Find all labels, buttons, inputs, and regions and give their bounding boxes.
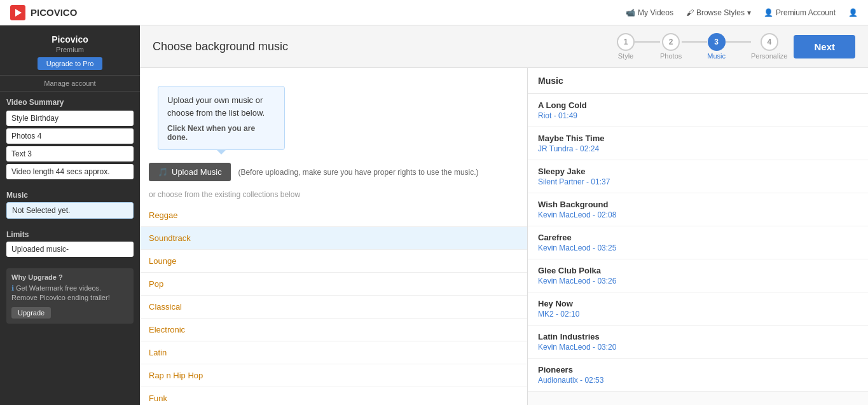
music-track-meta: Kevin MacLeod - 03:25: [538, 244, 858, 252]
genre-item-reggae[interactable]: Reggae: [140, 204, 527, 227]
account-icon-link[interactable]: 👤: [848, 8, 858, 17]
upload-area: 🎵 Upload Music (Before uploading, make s…: [140, 156, 527, 188]
video-summary-section: Video Summary Style Birthday Photos 4 Te…: [0, 92, 140, 186]
upgrade-to-pro-button[interactable]: Upgrade to Pro: [38, 57, 103, 70]
steps-container: 1 Style 2 Photos 3: [617, 33, 787, 60]
step-photos: 2 Photos: [660, 33, 682, 60]
manage-account-link[interactable]: Manage account: [0, 76, 140, 92]
music-track-meta: JR Tundra - 02:24: [538, 144, 858, 153]
music-track-title: Latin Industries: [538, 332, 858, 341]
logo-text: PICOVICO: [31, 7, 77, 18]
step-line-1: [635, 41, 660, 43]
text-item: Text 3: [6, 146, 134, 161]
step-style: 1 Style: [617, 33, 635, 60]
music-track-meta: MK2 - 02:10: [538, 310, 858, 319]
tooltip-instruction: Click Next when you are done.: [167, 124, 275, 142]
upgrade-button[interactable]: Upgrade: [11, 307, 51, 319]
style-item: Style Birthday: [6, 111, 134, 126]
music-item[interactable]: Sleepy Jake Silent Partner - 01:37: [528, 160, 868, 193]
steps-header: Choose background music 1 Style 2 P: [140, 25, 868, 68]
music-track-meta: Audionautix - 02:53: [538, 376, 858, 385]
step-line-3: [726, 41, 751, 43]
premium-account-link[interactable]: 👤 Premium Account: [764, 8, 836, 17]
info-icon: ℹ: [11, 284, 14, 292]
music-item[interactable]: Carefree Kevin MacLeod - 03:25: [528, 226, 868, 259]
logo: PICOVICO: [10, 5, 77, 20]
sidebar-plan-label: Premium: [6, 46, 134, 53]
upload-music-button[interactable]: 🎵 Upload Music: [149, 163, 231, 181]
genre-item-classical[interactable]: Classical: [140, 296, 527, 319]
music-track-meta: Kevin MacLeod - 02:08: [538, 210, 858, 219]
svg-marker-0: [15, 9, 22, 17]
navbar-right: 📹 My Videos 🖌 Browse Styles ▾ 👤 Premium …: [626, 8, 858, 17]
step-2-circle: 2: [662, 33, 680, 51]
upload-note: (Before uploading, make sure you have pr…: [238, 168, 478, 177]
page-title: Choose background music: [153, 40, 288, 53]
sidebar-header: Picovico Premium Upgrade to Pro: [0, 25, 140, 76]
music-item[interactable]: A Long Cold Riot - 01:49: [528, 94, 868, 127]
chevron-down-icon: ▾: [747, 8, 751, 17]
music-track-title: Wish Background: [538, 200, 858, 209]
genre-item-electronic[interactable]: Electronic: [140, 319, 527, 341]
music-track-title: A Long Cold: [538, 100, 858, 110]
or-choose-text: or choose from the existing collections …: [140, 188, 527, 204]
sidebar: Picovico Premium Upgrade to Pro Manage a…: [0, 25, 140, 405]
genre-list: ReggaeSoundtrackLoungePopClassicalElectr…: [140, 204, 527, 405]
genre-item-pop[interactable]: Pop: [140, 273, 527, 296]
step-4-circle: 4: [761, 33, 778, 51]
music-item[interactable]: Glee Club Polka Kevin MacLeod - 03:26: [528, 259, 868, 292]
music-track-title: Maybe This Time: [538, 134, 858, 143]
music-track-meta: Riot - 01:49: [538, 111, 858, 120]
music-track-title: Sleepy Jake: [538, 167, 858, 176]
upload-icon: 🎵: [158, 167, 168, 177]
uploaded-music-item: Uploaded music-: [6, 242, 134, 257]
layout: Picovico Premium Upgrade to Pro Manage a…: [0, 25, 868, 405]
video-icon: 📹: [626, 8, 635, 17]
music-item[interactable]: Maybe This Time JR Tundra - 02:24: [528, 127, 868, 160]
content-area: Upload your own music or choose from the…: [140, 68, 868, 405]
music-track-title: Pioneers: [538, 365, 858, 374]
genre-item-soundtrack[interactable]: Soundtrack: [140, 227, 527, 250]
left-panel: Upload your own music or choose from the…: [140, 68, 528, 405]
main-content: Choose background music 1 Style 2 P: [140, 25, 868, 405]
logo-icon: [10, 5, 25, 20]
music-item[interactable]: Latin Industries Kevin MacLeod - 03:20: [528, 326, 868, 359]
limits-label: Limits: [0, 225, 140, 242]
video-summary-title: Video Summary: [6, 98, 134, 107]
navbar: PICOVICO 📹 My Videos 🖌 Browse Styles ▾ 👤…: [0, 0, 868, 25]
photos-item: Photos 4: [6, 128, 134, 144]
my-videos-link[interactable]: 📹 My Videos: [626, 8, 673, 17]
sidebar-app-name: Picovico: [6, 34, 134, 45]
music-item[interactable]: Hey Now MK2 - 02:10: [528, 292, 868, 326]
music-item[interactable]: Wish Background Kevin MacLeod - 02:08: [528, 193, 868, 226]
genre-item-rap-n-hip-hop[interactable]: Rap n Hip Hop: [140, 364, 527, 387]
music-list: A Long Cold Riot - 01:49 Maybe This Time…: [528, 94, 868, 405]
music-track-meta: Silent Partner - 01:37: [538, 177, 858, 186]
music-label: Music: [0, 186, 140, 202]
step-1-label: Style: [618, 52, 633, 60]
step-3-circle: 3: [708, 33, 726, 51]
browse-styles-link[interactable]: 🖌 Browse Styles ▾: [686, 8, 751, 17]
music-track-title: Hey Now: [538, 299, 858, 308]
why-upgrade-section: Why Upgrade ? ℹ Get Watermark free video…: [6, 268, 134, 324]
tooltip-text: Upload your own music or choose from the…: [167, 94, 275, 119]
why-upgrade-title: Why Upgrade ?: [11, 273, 128, 281]
right-panel: Music A Long Cold Riot - 01:49 Maybe Thi…: [528, 68, 868, 405]
genre-item-lounge[interactable]: Lounge: [140, 250, 527, 273]
step-3-label: Music: [707, 52, 726, 60]
step-4-label: Personalize: [751, 52, 787, 60]
music-track-title: Glee Club Polka: [538, 266, 858, 275]
why-upgrade-text: ℹ Get Watermark free videos. Remove Pico…: [11, 284, 128, 303]
next-button[interactable]: Next: [794, 35, 855, 58]
step-line-2: [682, 41, 707, 43]
genre-item-funk[interactable]: Funk: [140, 387, 527, 405]
step-personalize: 4 Personalize: [751, 33, 787, 60]
genre-item-latin[interactable]: Latin: [140, 341, 527, 364]
person-icon: 👤: [848, 8, 858, 17]
user-icon: 👤: [764, 8, 773, 17]
music-track-title: Carefree: [538, 233, 858, 242]
video-length-item: Video length 44 secs approx.: [6, 164, 134, 179]
music-track-meta: Kevin MacLeod - 03:26: [538, 277, 858, 285]
music-item[interactable]: Pioneers Audionautix - 02:53: [528, 359, 868, 392]
step-music: 3 Music: [707, 33, 726, 60]
